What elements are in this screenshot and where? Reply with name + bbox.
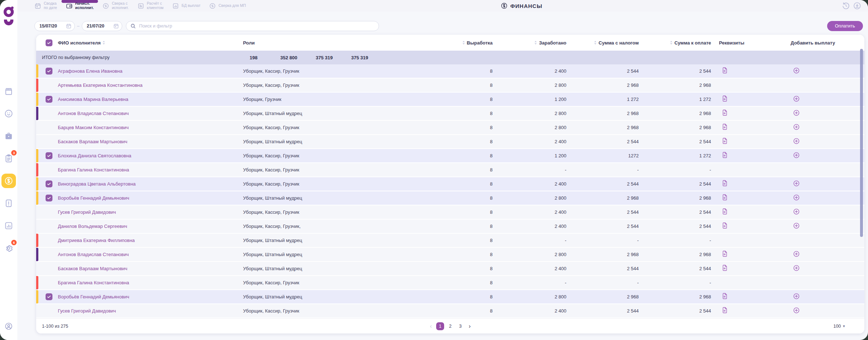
- to-pay-value: 2 544: [646, 181, 718, 187]
- requisites-file-icon[interactable]: [721, 307, 728, 314]
- filter-bar: – Оплатить: [34, 21, 868, 31]
- executor-name[interactable]: Брагина Галина Константиновна: [58, 167, 243, 173]
- add-payment-icon[interactable]: [793, 180, 800, 187]
- requisites-file-icon[interactable]: [721, 67, 728, 74]
- sidebar-item-face-icon[interactable]: [1, 106, 16, 121]
- executor-name[interactable]: Анисимова Марина Валерьевна: [58, 97, 243, 102]
- select-all-checkbox[interactable]: [46, 39, 52, 46]
- earned-value: 1 200: [500, 97, 574, 102]
- sidebar-item-doc-alert-icon[interactable]: [1, 196, 16, 211]
- requisites-file-icon[interactable]: [721, 95, 728, 102]
- column-header-to-pay[interactable]: Сумма к оплате: [646, 40, 718, 46]
- sidebar-item-briefcase-icon[interactable]: [1, 129, 16, 143]
- requisites-file-icon[interactable]: [721, 152, 728, 158]
- history-icon[interactable]: [842, 1, 850, 10]
- requisites-file-icon[interactable]: [721, 137, 728, 144]
- earned-value: 2 400: [500, 209, 574, 215]
- row-checkbox[interactable]: [46, 96, 52, 103]
- executor-name[interactable]: Аграфонова Елена Ивановна: [58, 68, 243, 74]
- executor-name[interactable]: Артемьева Екатерина Константиновна: [58, 82, 243, 88]
- table-row: Брагина Галина КонстантиновнаУборщик, Ка…: [36, 163, 864, 177]
- sidebar-item-gear-icon[interactable]: 6: [1, 241, 16, 255]
- executor-name[interactable]: Баскаков Варлаам Мартынович: [58, 266, 243, 271]
- row-checkbox[interactable]: [46, 180, 52, 187]
- column-header-earned[interactable]: Заработано: [500, 40, 574, 46]
- table-scrollbar[interactable]: [860, 49, 863, 237]
- add-payment-icon[interactable]: [793, 109, 800, 116]
- row-checkbox[interactable]: [46, 293, 52, 300]
- column-header-with-tax[interactable]: Сумма с налогом: [574, 40, 646, 46]
- executor-name[interactable]: Антонов Владислав Степанович: [58, 111, 243, 116]
- account-icon[interactable]: [4, 322, 13, 331]
- add-payment-icon[interactable]: [793, 95, 800, 102]
- row-checkbox[interactable]: [46, 195, 52, 201]
- tab-расчёт-с-клиентом[interactable]: Расчёт с клиентом: [137, 0, 163, 12]
- executor-name[interactable]: Барцев Максим Константинович: [58, 125, 243, 130]
- search-input[interactable]: [126, 21, 379, 31]
- page-size-select[interactable]: 100▼: [833, 324, 846, 329]
- requisites-file-icon[interactable]: [721, 180, 728, 187]
- row-checkbox[interactable]: [46, 68, 52, 75]
- date-to-field[interactable]: [82, 21, 122, 31]
- tab-сверка-для-мп[interactable]: Сверка для МП: [209, 0, 246, 12]
- executor-name[interactable]: Брагина Галина Константиновна: [58, 280, 243, 285]
- app-logo[interactable]: [3, 6, 14, 30]
- executor-name[interactable]: Антонов Владислав Степанович: [58, 252, 243, 257]
- requisites-file-icon[interactable]: [721, 250, 728, 257]
- output-value: 8: [456, 153, 500, 158]
- requisites-file-icon[interactable]: [721, 264, 728, 271]
- column-header-output[interactable]: Выработка: [456, 40, 500, 46]
- executor-name[interactable]: Блохина Даниэла Святославовна: [58, 153, 243, 158]
- add-payment-icon[interactable]: [793, 264, 800, 272]
- row-checkbox[interactable]: [46, 152, 52, 159]
- executor-name[interactable]: Виноградова Цветана Альбертовна: [58, 181, 243, 187]
- page-button-1[interactable]: 1: [436, 322, 444, 330]
- executor-name[interactable]: Воробьёв Геннадий Демьянович: [58, 294, 243, 299]
- requisites-file-icon[interactable]: [721, 222, 728, 229]
- add-payment-icon[interactable]: [793, 250, 800, 258]
- executor-name[interactable]: Баскаков Варлаам Мартынович: [58, 139, 243, 144]
- sidebar-item-chart-icon[interactable]: [1, 218, 16, 233]
- add-payment-icon[interactable]: [793, 152, 800, 159]
- sidebar-item-coin-icon[interactable]: [1, 174, 16, 188]
- page-button-2[interactable]: 2: [446, 322, 454, 330]
- with-tax-value: 1272: [574, 153, 646, 158]
- add-payment-icon[interactable]: [793, 208, 800, 215]
- download-icon[interactable]: [853, 1, 861, 10]
- sidebar-item-clipboard-icon[interactable]: 3: [1, 151, 16, 166]
- tab-начисл.-исполнит.[interactable]: Начисл. исполнит.: [66, 0, 94, 12]
- row-status-bar: [36, 234, 38, 247]
- date-from-input[interactable]: [34, 21, 75, 31]
- pay-button[interactable]: Оплатить: [827, 21, 863, 31]
- totals-label: ИТОГО по выбранному фильтру: [36, 55, 110, 60]
- next-page-icon[interactable]: ›: [467, 323, 473, 329]
- table-row: Брагина Галина КонстантиновнаУборщик, Ка…: [36, 276, 864, 290]
- tab-бд-выплат[interactable]: БД выплат: [172, 0, 200, 12]
- date-to-input[interactable]: [82, 21, 122, 31]
- requisites-file-icon[interactable]: [721, 194, 728, 201]
- add-payment-icon[interactable]: [793, 222, 800, 229]
- tab-сводка-по-дате[interactable]: Сводка по дате: [34, 0, 57, 12]
- executor-name[interactable]: Гусев Григорий Давидович: [58, 209, 243, 215]
- requisites-file-icon[interactable]: [721, 109, 728, 116]
- executor-name[interactable]: Гусев Григорий Давидович: [58, 308, 243, 314]
- requisites-file-icon[interactable]: [721, 208, 728, 215]
- executor-name[interactable]: Воробьёв Геннадий Демьянович: [58, 195, 243, 201]
- sidebar-item-store-icon[interactable]: [1, 84, 16, 98]
- table-row: Артемьева Екатерина КонстантиновнаУборщи…: [36, 78, 864, 93]
- add-payment-icon[interactable]: [793, 123, 800, 131]
- add-payment-icon[interactable]: [793, 137, 800, 145]
- tab-сверка-с-исполнит.[interactable]: Сверка с исполнит.: [102, 0, 129, 12]
- date-from-field[interactable]: [34, 21, 75, 31]
- executor-name[interactable]: Данилов Вольдемар Сергеевич: [58, 224, 243, 229]
- column-header-name[interactable]: ФИО исполнителя: [58, 40, 243, 46]
- add-payment-icon[interactable]: [793, 194, 800, 201]
- executor-name[interactable]: Дмитриева Екатерина Филлиповна: [58, 238, 243, 243]
- requisites-file-icon[interactable]: [721, 123, 728, 130]
- prev-page-icon[interactable]: ‹: [428, 323, 434, 329]
- add-payment-icon[interactable]: [793, 307, 800, 314]
- add-payment-icon[interactable]: [793, 293, 800, 300]
- requisites-file-icon[interactable]: [721, 293, 728, 299]
- page-button-3[interactable]: 3: [456, 322, 464, 330]
- add-payment-icon[interactable]: [793, 67, 800, 74]
